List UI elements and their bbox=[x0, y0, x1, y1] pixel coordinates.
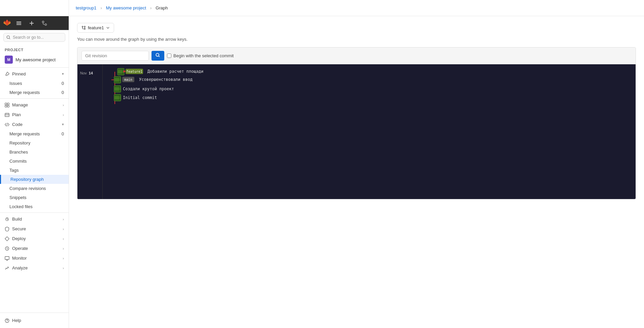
sidebar-toggle-btn[interactable] bbox=[14, 19, 24, 27]
help-item[interactable]: Help bbox=[0, 316, 69, 325]
plan-nav[interactable]: Plan › bbox=[0, 110, 69, 120]
search-box[interactable]: Search or go to... bbox=[3, 33, 65, 42]
manage-label: Manage bbox=[12, 102, 28, 107]
svg-rect-6 bbox=[5, 103, 7, 104]
sidebar-repository-graph[interactable]: Repository graph bbox=[0, 175, 69, 184]
svg-rect-48 bbox=[114, 94, 121, 101]
svg-text:Усовершенствовали ввод: Усовершенствовали ввод bbox=[139, 77, 193, 82]
breadcrumb-sep-1: › bbox=[100, 5, 102, 10]
analyze-label: Analyze bbox=[12, 265, 28, 270]
sidebar-compare-revisions[interactable]: Compare revisions bbox=[0, 184, 69, 193]
project-section-label: Project bbox=[0, 44, 69, 53]
project-name: My awesome project bbox=[15, 57, 56, 62]
monitor-icon bbox=[5, 256, 9, 261]
manage-nav[interactable]: Manage › bbox=[0, 100, 69, 110]
code-label: Code bbox=[12, 122, 23, 127]
sidebar-locked-files[interactable]: Locked files bbox=[0, 202, 69, 211]
git-revision-input[interactable] bbox=[81, 51, 149, 61]
pin-icon bbox=[5, 72, 9, 76]
svg-point-5 bbox=[7, 36, 9, 38]
repository-label: Repository bbox=[9, 140, 30, 145]
sidebar-top-actions bbox=[0, 16, 69, 30]
svg-point-16 bbox=[84, 28, 85, 29]
help-icon bbox=[5, 318, 9, 323]
search-placeholder: Search or go to... bbox=[13, 35, 44, 40]
graph-container: Begin with the selected commit Nov 14 bbox=[77, 47, 636, 199]
analyze-icon bbox=[5, 266, 9, 270]
commits-label: Commits bbox=[9, 159, 27, 164]
new-item-btn[interactable] bbox=[27, 19, 36, 27]
hint-text: You can move around the graph by using t… bbox=[77, 37, 636, 42]
date-day: 14 bbox=[89, 71, 93, 75]
code-nav[interactable]: Code ▾ bbox=[0, 120, 69, 129]
branch-dropdown[interactable]: feature1 bbox=[77, 23, 114, 33]
snippets-label: Snippets bbox=[9, 195, 27, 200]
svg-text:Создали крутой проект: Создали крутой проект bbox=[123, 87, 174, 91]
sidebar-repository[interactable]: Repository bbox=[0, 138, 69, 147]
project-item[interactable]: M My awesome project bbox=[0, 53, 69, 66]
sidebar-code-merge-requests[interactable]: Merge requests 0 bbox=[0, 129, 69, 138]
plan-label: Plan bbox=[12, 112, 21, 117]
svg-rect-9 bbox=[7, 105, 9, 107]
pinned-chevron: ▾ bbox=[62, 72, 64, 76]
date-entry: Nov 14 bbox=[80, 69, 100, 75]
deploy-nav[interactable]: Deploy › bbox=[0, 234, 69, 243]
compare-revisions-label: Compare revisions bbox=[9, 186, 46, 191]
branch-name: feature1 bbox=[88, 25, 104, 30]
gitlab-logo-icon[interactable] bbox=[3, 19, 11, 27]
content-area: feature1 You can move around the graph b… bbox=[69, 16, 644, 328]
deploy-label: Deploy bbox=[12, 236, 26, 241]
build-nav[interactable]: Build › bbox=[0, 214, 69, 224]
date-month: Nov bbox=[80, 71, 87, 75]
graph-canvas: Nov 14 bbox=[77, 64, 636, 199]
code-mr-badge: 0 bbox=[62, 131, 64, 136]
sidebar-commits[interactable]: Commits bbox=[0, 157, 69, 166]
svg-point-3 bbox=[42, 21, 44, 23]
operate-chevron: › bbox=[63, 247, 64, 251]
branches-label: Branches bbox=[9, 150, 28, 155]
begin-with-commit-label[interactable]: Begin with the selected commit bbox=[167, 53, 234, 58]
pinned-label: Pinned bbox=[12, 71, 26, 76]
operate-nav[interactable]: Operate › bbox=[0, 243, 69, 253]
sidebar-tags[interactable]: Tags bbox=[0, 166, 69, 175]
breadcrumb-sep-2: › bbox=[150, 5, 151, 10]
pinned-section[interactable]: Pinned ▾ bbox=[0, 69, 69, 79]
manage-chevron: › bbox=[63, 103, 64, 107]
svg-rect-32 bbox=[114, 76, 121, 83]
svg-text:Initial commit: Initial commit bbox=[123, 95, 157, 100]
branch-icon bbox=[81, 26, 86, 30]
breadcrumb-project[interactable]: My awesome project bbox=[106, 5, 146, 10]
breadcrumb-group[interactable]: testgroup1 bbox=[76, 5, 96, 10]
svg-rect-0 bbox=[16, 22, 21, 22]
breadcrumb-page: Graph bbox=[156, 5, 168, 10]
sidebar-merge-requests[interactable]: Merge requests 0 bbox=[0, 88, 69, 97]
plan-chevron: › bbox=[63, 113, 64, 117]
monitor-nav[interactable]: Monitor › bbox=[0, 253, 69, 263]
analyze-chevron: › bbox=[63, 266, 64, 270]
help-label: Help bbox=[12, 318, 21, 323]
secure-label: Secure bbox=[12, 226, 26, 231]
svg-text:main: main bbox=[124, 78, 132, 81]
svg-rect-13 bbox=[5, 256, 9, 259]
git-revision-search-btn[interactable] bbox=[151, 51, 164, 61]
build-icon bbox=[5, 217, 9, 222]
svg-point-18 bbox=[156, 53, 159, 56]
svg-rect-41 bbox=[114, 86, 121, 92]
issues-mr-btn[interactable] bbox=[40, 19, 49, 27]
main-content: testgroup1 › My awesome project › Graph … bbox=[69, 0, 644, 328]
dropdown-chevron-icon bbox=[106, 26, 110, 30]
project-avatar: M bbox=[5, 56, 13, 64]
sidebar-branches[interactable]: Branches bbox=[0, 147, 69, 157]
secure-nav[interactable]: Secure › bbox=[0, 224, 69, 234]
issues-badge: 0 bbox=[62, 81, 64, 86]
sidebar-snippets[interactable]: Snippets bbox=[0, 193, 69, 202]
sidebar-issues[interactable]: Issues 0 bbox=[0, 79, 69, 88]
svg-rect-21 bbox=[117, 68, 124, 75]
analyze-nav[interactable]: Analyze › bbox=[0, 263, 69, 273]
begin-with-commit-checkbox[interactable] bbox=[167, 54, 171, 58]
header-bar: testgroup1 › My awesome project › Graph bbox=[69, 0, 644, 16]
locked-files-label: Locked files bbox=[9, 204, 33, 209]
begin-with-commit-text: Begin with the selected commit bbox=[173, 53, 234, 58]
deploy-icon bbox=[5, 236, 9, 241]
repository-graph-label: Repository graph bbox=[10, 177, 44, 182]
